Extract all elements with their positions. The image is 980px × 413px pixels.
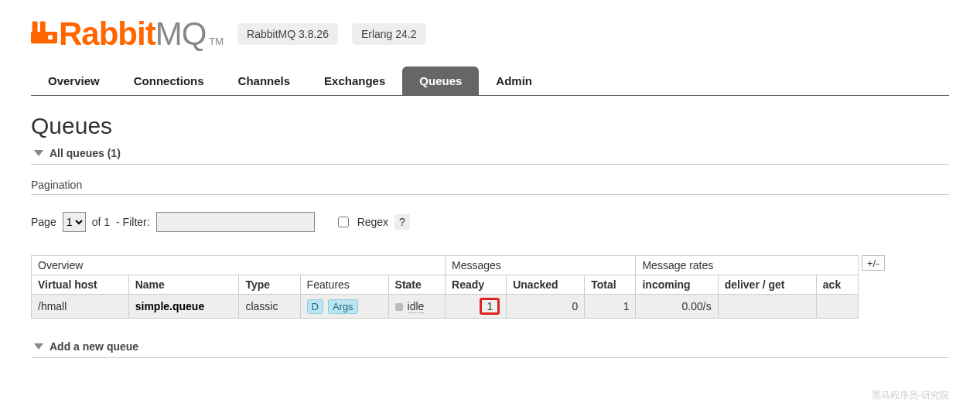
feature-args-chip: Args (328, 299, 358, 314)
page-select[interactable]: 1 (63, 212, 86, 232)
rabbitmq-logo: RabbitMQTM (31, 15, 224, 53)
rabbitmq-icon (31, 19, 57, 45)
cell-unacked: 0 (507, 295, 585, 319)
tab-admin[interactable]: Admin (479, 67, 549, 95)
table-row: /hmall simple.queue classic D Args idle … (32, 295, 859, 319)
regex-label: Regex (357, 216, 388, 228)
queues-table: Overview Messages Message rates Virtual … (31, 255, 859, 319)
cell-total: 1 (585, 295, 636, 319)
col-unacked[interactable]: Unacked (507, 275, 585, 295)
group-overview: Overview (32, 256, 446, 275)
logo-tm: TM (209, 36, 224, 47)
version-badge: RabbitMQ 3.8.26 (237, 23, 338, 45)
tab-overview[interactable]: Overview (31, 67, 117, 95)
state-text: idle (408, 300, 425, 313)
cell-features: D Args (300, 295, 388, 319)
col-state[interactable]: State (388, 275, 445, 295)
page-title: Queues (31, 113, 949, 139)
ready-highlight: 1 (480, 298, 500, 315)
nav-tabs: Overview Connections Channels Exchanges … (31, 67, 949, 96)
section-all-queues: All queues (1) Pagination Page 1 of 1 - … (31, 144, 949, 358)
col-deliver[interactable]: deliver / get (718, 275, 816, 295)
all-queues-header[interactable]: All queues (1) (31, 144, 949, 165)
toggle-columns-button[interactable]: +/- (862, 255, 885, 271)
col-ready[interactable]: Ready (446, 275, 507, 295)
svg-rect-0 (32, 21, 38, 32)
svg-rect-2 (48, 35, 53, 39)
group-messages: Messages (446, 256, 636, 275)
tab-exchanges[interactable]: Exchanges (307, 67, 402, 95)
regex-help-icon[interactable]: ? (394, 214, 410, 230)
cell-ack (816, 295, 858, 319)
cell-type: classic (239, 295, 300, 319)
add-queue-header[interactable]: Add a new queue (31, 337, 949, 358)
group-rates: Message rates (636, 256, 859, 275)
tab-queues[interactable]: Queues (402, 67, 479, 95)
cell-state: idle (388, 295, 445, 319)
cell-incoming: 0.00/s (636, 295, 718, 319)
col-incoming[interactable]: incoming (636, 275, 718, 295)
logo-text-rabbit: Rabbit (59, 15, 155, 53)
add-queue-label: Add a new queue (50, 340, 138, 353)
cell-deliver (718, 295, 816, 319)
col-total[interactable]: Total (585, 275, 636, 295)
header: RabbitMQTM RabbitMQ 3.8.26 Erlang 24.2 (31, 15, 949, 53)
filter-input[interactable] (156, 212, 315, 232)
filter-label: - Filter: (116, 216, 150, 228)
col-ack[interactable]: ack (816, 275, 858, 295)
tab-connections[interactable]: Connections (117, 67, 221, 95)
chevron-down-icon (34, 343, 43, 350)
state-idle-icon (395, 303, 403, 311)
cell-name: simple.queue (128, 295, 239, 319)
page-label: Page (31, 216, 56, 228)
pagination-controls: Page 1 of 1 - Filter: Regex ? (31, 212, 949, 232)
chevron-down-icon (34, 150, 43, 156)
col-vhost[interactable]: Virtual host (32, 275, 129, 295)
col-type[interactable]: Type (239, 275, 300, 295)
cell-vhost: /hmall (32, 295, 129, 319)
logo-text-mq: MQ (155, 15, 207, 53)
cell-ready: 1 (446, 295, 507, 319)
pagination-header: Pagination (31, 165, 949, 195)
page-of: of 1 (92, 216, 110, 228)
col-name[interactable]: Name (128, 275, 239, 295)
all-queues-label: All queues (1) (50, 147, 121, 159)
queue-link[interactable]: simple.queue (135, 300, 204, 312)
svg-rect-1 (40, 21, 46, 32)
runtime-badge: Erlang 24.2 (352, 23, 426, 45)
tab-channels[interactable]: Channels (221, 67, 308, 95)
regex-checkbox[interactable] (338, 217, 349, 227)
feature-durable-chip: D (307, 299, 323, 314)
col-features: Features (300, 275, 388, 295)
